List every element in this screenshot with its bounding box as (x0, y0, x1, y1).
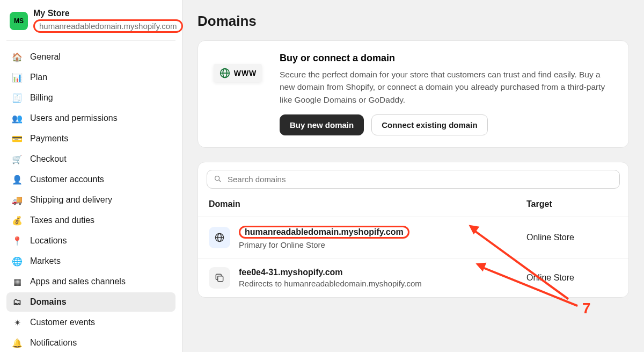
buy-new-domain-button[interactable]: Buy new domain (280, 114, 364, 135)
domain-target: Online Store (526, 233, 618, 242)
sidebar-item-plan[interactable]: 📊Plan (6, 68, 175, 87)
sidebar-item-locations[interactable]: 📍Locations (6, 231, 175, 250)
sidebar-item-label: Markets (30, 256, 61, 266)
domain-row[interactable]: fee0e4-31.myshopify.comRedirects to huma… (198, 258, 628, 297)
globe-icon (219, 67, 231, 79)
customer-events-icon: ✴ (12, 317, 23, 328)
page-title: Domains (197, 13, 629, 30)
column-domain-header: Domain (209, 199, 526, 209)
billing-icon: 🧾 (12, 92, 23, 103)
domain-subtitle: Redirects to humanreadabledomain.myshopi… (239, 279, 422, 288)
sidebar-item-billing[interactable]: 🧾Billing (6, 88, 175, 107)
svg-rect-9 (218, 276, 223, 281)
store-avatar: MS (10, 12, 28, 30)
www-label: WWW (234, 69, 257, 77)
sidebar-item-label: Apps and sales channels (30, 277, 126, 286)
sidebar-item-markets[interactable]: 🌐Markets (6, 252, 175, 271)
sidebar-item-label: Checkout (30, 154, 67, 164)
sidebar-item-customer-events[interactable]: ✴Customer events (6, 313, 175, 332)
sidebar-item-users-and-permissions[interactable]: 👥Users and permissions (6, 109, 175, 128)
sidebar-item-taxes-and-duties[interactable]: 💰Taxes and duties (6, 211, 175, 230)
general-icon: 🏠 (12, 52, 23, 62)
table-header: Domain Target (198, 192, 628, 217)
apps-and-sales-channels-icon: ▦ (12, 276, 23, 287)
search-input[interactable] (228, 175, 613, 184)
promo-title: Buy or connect a domain (280, 53, 614, 64)
store-name: My Store (33, 9, 183, 18)
promo-description: Secure the perfect domain for your store… (280, 68, 614, 106)
checkout-icon: 🛒 (12, 154, 23, 164)
domain-target: Online Store (526, 273, 618, 283)
sidebar-item-label: Shipping and delivery (30, 195, 112, 205)
promo-card: WWW Buy or connect a domain Secure the p… (197, 40, 629, 148)
sidebar-item-payments[interactable]: 💳Payments (6, 129, 175, 148)
sidebar-item-label: Payments (30, 134, 68, 143)
taxes-and-duties-icon: 💰 (12, 215, 23, 226)
sidebar-item-label: Taxes and duties (30, 215, 94, 225)
locations-icon: 📍 (12, 235, 23, 246)
promo-illustration: WWW (212, 53, 264, 94)
domain-subtitle: Primary for Online Store (239, 240, 409, 249)
sidebar-item-label: Domains (30, 297, 67, 307)
search-domains[interactable] (207, 170, 620, 189)
payments-icon: 💳 (12, 133, 23, 144)
domain-name: fee0e4-31.myshopify.com (239, 268, 422, 277)
sidebar-item-label: Billing (30, 93, 53, 103)
sidebar-item-shipping-and-delivery[interactable]: 🚚Shipping and delivery (6, 190, 175, 210)
settings-sidebar: MS My Store humanreadabledomain.myshopif… (0, 0, 182, 352)
sidebar-item-label: General (30, 52, 61, 62)
sidebar-item-customer-accounts[interactable]: 👤Customer accounts (6, 170, 175, 189)
sidebar-item-checkout[interactable]: 🛒Checkout (6, 149, 175, 169)
search-icon (214, 175, 222, 183)
settings-nav: 🏠General📊Plan🧾Billing👥Users and permissi… (6, 46, 175, 352)
globe-icon (209, 227, 230, 248)
store-domain-highlight: humanreadabledomain.myshopify.com (33, 19, 183, 33)
domains-icon: 🗂 (12, 297, 23, 307)
sidebar-item-general[interactable]: 🏠General (6, 47, 175, 67)
store-domain: humanreadabledomain.myshopify.com (39, 21, 177, 31)
sidebar-item-label: Notifications (30, 338, 77, 348)
sidebar-item-label: Users and permissions (30, 113, 118, 123)
domain-name: humanreadabledomain.myshopify.com (239, 226, 409, 239)
redirect-icon (209, 267, 230, 289)
store-header[interactable]: MS My Store humanreadabledomain.myshopif… (6, 4, 175, 41)
sidebar-item-notifications[interactable]: 🔔Notifications (6, 333, 175, 352)
domains-list-card: Domain Target humanreadabledomain.myshop… (197, 162, 629, 298)
sidebar-item-label: Customer events (30, 318, 95, 327)
svg-point-3 (215, 176, 219, 181)
customer-accounts-icon: 👤 (12, 174, 23, 185)
sidebar-item-label: Plan (30, 73, 47, 82)
main-content: Domains WWW Buy or connect a domain Secu… (182, 0, 644, 352)
sidebar-item-label: Locations (30, 236, 67, 246)
connect-existing-domain-button[interactable]: Connect existing domain (371, 114, 487, 135)
sidebar-item-domains[interactable]: 🗂Domains (6, 292, 175, 312)
svg-line-4 (219, 180, 221, 182)
sidebar-item-label: Customer accounts (30, 175, 104, 184)
users-and-permissions-icon: 👥 (12, 113, 23, 124)
sidebar-item-apps-and-sales-channels[interactable]: ▦Apps and sales channels (6, 272, 175, 291)
notifications-icon: 🔔 (12, 337, 23, 348)
column-target-header: Target (526, 199, 618, 209)
shipping-and-delivery-icon: 🚚 (12, 195, 23, 205)
domain-row[interactable]: humanreadabledomain.myshopify.comPrimary… (198, 217, 628, 258)
plan-icon: 📊 (12, 72, 23, 83)
markets-icon: 🌐 (12, 256, 23, 267)
